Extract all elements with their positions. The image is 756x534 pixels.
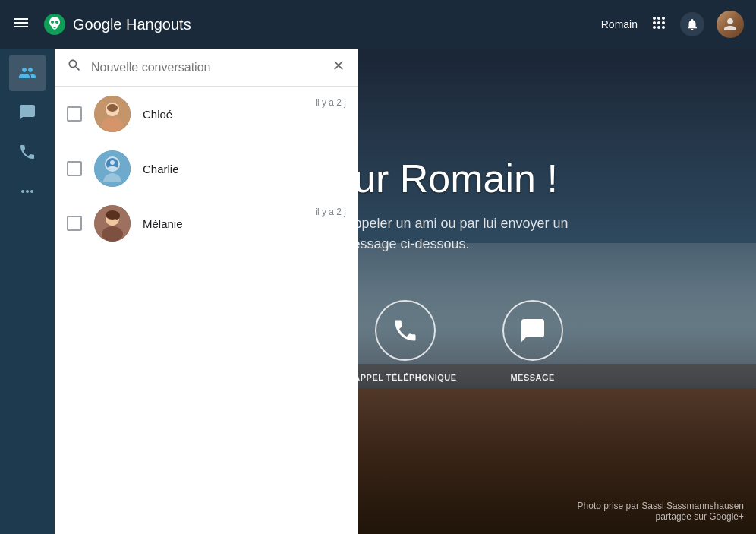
contact-item-charlie[interactable]: Charlie (55, 141, 358, 196)
header-username: Romain (601, 18, 638, 30)
svg-point-2 (51, 21, 54, 24)
contact-checkbox-chloe[interactable] (67, 106, 82, 122)
contact-checkbox-charlie[interactable] (67, 161, 82, 176)
photo-credit-line2: partagée sur Google+ (578, 511, 744, 522)
hangouts-logo-icon (43, 12, 67, 36)
contact-item-melanie[interactable]: Mélanie il y a 2 j (55, 196, 358, 251)
contact-name-melanie: Mélanie (143, 217, 303, 230)
svg-point-6 (102, 117, 123, 132)
sidebar-item-phone[interactable] (9, 134, 46, 170)
contact-list: Chloé il y a 2 j Charlie (55, 87, 358, 534)
sidebar-item-more[interactable] (9, 173, 46, 210)
sidebar-item-contacts[interactable] (9, 55, 46, 91)
close-icon[interactable] (331, 58, 346, 77)
phone-call-circle[interactable] (375, 300, 436, 361)
search-header (55, 49, 358, 87)
avatar-charlie (94, 150, 131, 187)
contact-time-melanie: il y a 2 j (315, 205, 346, 217)
header-right-section: Romain (601, 11, 744, 38)
sidebar (0, 49, 55, 534)
menu-icon[interactable] (12, 14, 30, 36)
svg-point-14 (102, 226, 123, 242)
search-input[interactable] (91, 61, 322, 74)
user-avatar[interactable] (717, 11, 744, 38)
app-title: Google Hangouts (73, 16, 191, 33)
contact-item-chloe[interactable]: Chloé il y a 2 j (55, 87, 358, 141)
phone-call-label: APPEL TÉLÉPHONIQUE (354, 373, 456, 382)
svg-point-17 (114, 212, 120, 220)
photo-credit-line1: Photo prise par Sassi Sassmannshausen (578, 501, 744, 511)
svg-point-3 (55, 21, 58, 24)
search-panel: Chloé il y a 2 j Charlie (55, 49, 358, 534)
photo-credit: Photo prise par Sassi Sassmannshausen pa… (578, 501, 744, 522)
contact-name-charlie: Charlie (143, 163, 334, 175)
contact-checkbox-melanie[interactable] (67, 216, 82, 231)
app-header: Google Hangouts Romain (0, 0, 756, 49)
grid-icon[interactable] (650, 14, 668, 36)
app-logo: Google Hangouts (43, 12, 191, 36)
svg-point-8 (107, 104, 118, 112)
message-label: MESSAGE (510, 373, 555, 382)
notifications-icon[interactable] (680, 12, 704, 36)
sidebar-item-messages[interactable] (9, 94, 46, 131)
contact-name-chloe: Chloé (143, 108, 303, 121)
contact-time-chloe: il y a 2 j (315, 96, 346, 108)
search-icon (67, 58, 82, 77)
message-circle[interactable] (502, 300, 563, 361)
phone-call-action[interactable]: APPEL TÉLÉPHONIQUE (354, 300, 456, 382)
avatar-melanie (94, 205, 131, 242)
message-action[interactable]: MESSAGE (502, 300, 563, 382)
avatar-chloe (94, 96, 131, 132)
